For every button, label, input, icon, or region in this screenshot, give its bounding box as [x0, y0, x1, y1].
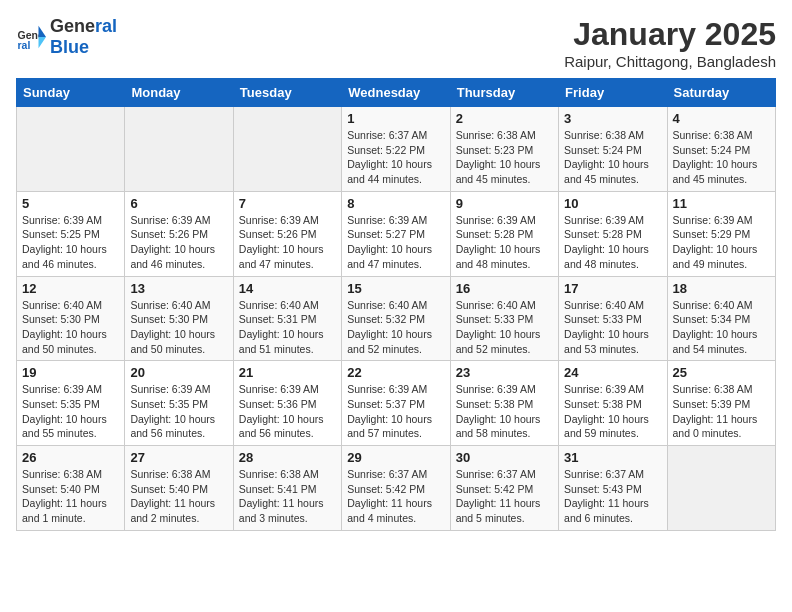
day-number: 19	[22, 365, 119, 380]
day-number: 21	[239, 365, 336, 380]
calendar-cell: 25Sunrise: 6:38 AM Sunset: 5:39 PM Dayli…	[667, 361, 775, 446]
weekday-header-row: SundayMondayTuesdayWednesdayThursdayFrid…	[17, 79, 776, 107]
day-info: Sunrise: 6:39 AM Sunset: 5:27 PM Dayligh…	[347, 213, 444, 272]
day-number: 1	[347, 111, 444, 126]
day-number: 10	[564, 196, 661, 211]
calendar-cell: 28Sunrise: 6:38 AM Sunset: 5:41 PM Dayli…	[233, 446, 341, 531]
calendar-week-1: 1Sunrise: 6:37 AM Sunset: 5:22 PM Daylig…	[17, 107, 776, 192]
calendar-cell: 6Sunrise: 6:39 AM Sunset: 5:26 PM Daylig…	[125, 191, 233, 276]
day-info: Sunrise: 6:38 AM Sunset: 5:40 PM Dayligh…	[130, 467, 227, 526]
day-info: Sunrise: 6:39 AM Sunset: 5:26 PM Dayligh…	[130, 213, 227, 272]
day-info: Sunrise: 6:39 AM Sunset: 5:25 PM Dayligh…	[22, 213, 119, 272]
weekday-header-thursday: Thursday	[450, 79, 558, 107]
calendar-cell: 29Sunrise: 6:37 AM Sunset: 5:42 PM Dayli…	[342, 446, 450, 531]
weekday-header-sunday: Sunday	[17, 79, 125, 107]
day-info: Sunrise: 6:38 AM Sunset: 5:41 PM Dayligh…	[239, 467, 336, 526]
logo-blue-text: Blue	[50, 37, 117, 58]
logo-text: General	[50, 16, 117, 37]
day-info: Sunrise: 6:39 AM Sunset: 5:29 PM Dayligh…	[673, 213, 770, 272]
day-info: Sunrise: 6:39 AM Sunset: 5:37 PM Dayligh…	[347, 382, 444, 441]
weekday-header-saturday: Saturday	[667, 79, 775, 107]
calendar-cell: 20Sunrise: 6:39 AM Sunset: 5:35 PM Dayli…	[125, 361, 233, 446]
day-number: 17	[564, 281, 661, 296]
calendar-cell: 1Sunrise: 6:37 AM Sunset: 5:22 PM Daylig…	[342, 107, 450, 192]
day-number: 4	[673, 111, 770, 126]
calendar-cell: 19Sunrise: 6:39 AM Sunset: 5:35 PM Dayli…	[17, 361, 125, 446]
day-info: Sunrise: 6:37 AM Sunset: 5:42 PM Dayligh…	[347, 467, 444, 526]
calendar-cell	[17, 107, 125, 192]
day-number: 5	[22, 196, 119, 211]
day-number: 29	[347, 450, 444, 465]
calendar-week-5: 26Sunrise: 6:38 AM Sunset: 5:40 PM Dayli…	[17, 446, 776, 531]
day-number: 27	[130, 450, 227, 465]
day-info: Sunrise: 6:38 AM Sunset: 5:24 PM Dayligh…	[673, 128, 770, 187]
day-info: Sunrise: 6:38 AM Sunset: 5:39 PM Dayligh…	[673, 382, 770, 441]
calendar-cell: 4Sunrise: 6:38 AM Sunset: 5:24 PM Daylig…	[667, 107, 775, 192]
day-info: Sunrise: 6:40 AM Sunset: 5:30 PM Dayligh…	[22, 298, 119, 357]
calendar-cell: 24Sunrise: 6:39 AM Sunset: 5:38 PM Dayli…	[559, 361, 667, 446]
svg-marker-3	[39, 37, 47, 48]
calendar-table: SundayMondayTuesdayWednesdayThursdayFrid…	[16, 78, 776, 531]
calendar-cell: 8Sunrise: 6:39 AM Sunset: 5:27 PM Daylig…	[342, 191, 450, 276]
svg-text:ral: ral	[18, 39, 31, 51]
day-info: Sunrise: 6:40 AM Sunset: 5:33 PM Dayligh…	[564, 298, 661, 357]
day-number: 3	[564, 111, 661, 126]
day-number: 16	[456, 281, 553, 296]
calendar-cell: 21Sunrise: 6:39 AM Sunset: 5:36 PM Dayli…	[233, 361, 341, 446]
calendar-cell	[667, 446, 775, 531]
calendar-cell: 10Sunrise: 6:39 AM Sunset: 5:28 PM Dayli…	[559, 191, 667, 276]
calendar-week-4: 19Sunrise: 6:39 AM Sunset: 5:35 PM Dayli…	[17, 361, 776, 446]
month-title: January 2025	[564, 16, 776, 53]
day-number: 2	[456, 111, 553, 126]
day-number: 26	[22, 450, 119, 465]
logo-icon: Gene ral	[16, 22, 46, 52]
day-number: 23	[456, 365, 553, 380]
day-number: 14	[239, 281, 336, 296]
day-info: Sunrise: 6:40 AM Sunset: 5:33 PM Dayligh…	[456, 298, 553, 357]
day-number: 30	[456, 450, 553, 465]
calendar-cell: 18Sunrise: 6:40 AM Sunset: 5:34 PM Dayli…	[667, 276, 775, 361]
calendar-cell: 26Sunrise: 6:38 AM Sunset: 5:40 PM Dayli…	[17, 446, 125, 531]
day-number: 6	[130, 196, 227, 211]
calendar-cell: 15Sunrise: 6:40 AM Sunset: 5:32 PM Dayli…	[342, 276, 450, 361]
logo: Gene ral General Blue	[16, 16, 117, 58]
weekday-header-monday: Monday	[125, 79, 233, 107]
day-info: Sunrise: 6:38 AM Sunset: 5:40 PM Dayligh…	[22, 467, 119, 526]
day-info: Sunrise: 6:39 AM Sunset: 5:28 PM Dayligh…	[456, 213, 553, 272]
day-number: 7	[239, 196, 336, 211]
day-info: Sunrise: 6:38 AM Sunset: 5:23 PM Dayligh…	[456, 128, 553, 187]
day-number: 28	[239, 450, 336, 465]
day-info: Sunrise: 6:39 AM Sunset: 5:35 PM Dayligh…	[130, 382, 227, 441]
day-number: 9	[456, 196, 553, 211]
page-header: Gene ral General Blue January 2025 Raipu…	[16, 16, 776, 70]
day-info: Sunrise: 6:37 AM Sunset: 5:42 PM Dayligh…	[456, 467, 553, 526]
day-info: Sunrise: 6:39 AM Sunset: 5:36 PM Dayligh…	[239, 382, 336, 441]
calendar-cell: 5Sunrise: 6:39 AM Sunset: 5:25 PM Daylig…	[17, 191, 125, 276]
day-number: 15	[347, 281, 444, 296]
day-info: Sunrise: 6:39 AM Sunset: 5:38 PM Dayligh…	[564, 382, 661, 441]
day-number: 24	[564, 365, 661, 380]
day-info: Sunrise: 6:39 AM Sunset: 5:28 PM Dayligh…	[564, 213, 661, 272]
calendar-week-2: 5Sunrise: 6:39 AM Sunset: 5:25 PM Daylig…	[17, 191, 776, 276]
day-number: 22	[347, 365, 444, 380]
weekday-header-wednesday: Wednesday	[342, 79, 450, 107]
day-number: 12	[22, 281, 119, 296]
day-info: Sunrise: 6:40 AM Sunset: 5:34 PM Dayligh…	[673, 298, 770, 357]
calendar-cell: 30Sunrise: 6:37 AM Sunset: 5:42 PM Dayli…	[450, 446, 558, 531]
day-info: Sunrise: 6:38 AM Sunset: 5:24 PM Dayligh…	[564, 128, 661, 187]
day-number: 25	[673, 365, 770, 380]
weekday-header-friday: Friday	[559, 79, 667, 107]
calendar-cell: 16Sunrise: 6:40 AM Sunset: 5:33 PM Dayli…	[450, 276, 558, 361]
calendar-cell	[125, 107, 233, 192]
calendar-cell: 23Sunrise: 6:39 AM Sunset: 5:38 PM Dayli…	[450, 361, 558, 446]
day-info: Sunrise: 6:40 AM Sunset: 5:30 PM Dayligh…	[130, 298, 227, 357]
calendar-cell: 2Sunrise: 6:38 AM Sunset: 5:23 PM Daylig…	[450, 107, 558, 192]
svg-marker-2	[39, 26, 47, 37]
day-info: Sunrise: 6:39 AM Sunset: 5:38 PM Dayligh…	[456, 382, 553, 441]
day-info: Sunrise: 6:39 AM Sunset: 5:26 PM Dayligh…	[239, 213, 336, 272]
calendar-cell	[233, 107, 341, 192]
location-title: Raipur, Chittagong, Bangladesh	[564, 53, 776, 70]
day-number: 8	[347, 196, 444, 211]
calendar-cell: 22Sunrise: 6:39 AM Sunset: 5:37 PM Dayli…	[342, 361, 450, 446]
title-block: January 2025 Raipur, Chittagong, Banglad…	[564, 16, 776, 70]
